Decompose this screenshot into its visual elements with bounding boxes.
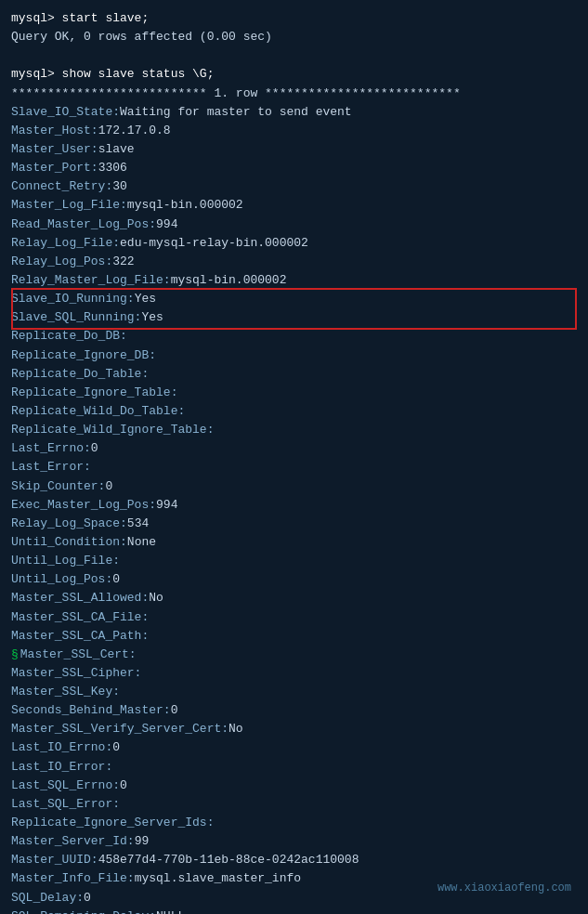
cmd1-text: mysql> start slave; xyxy=(11,11,149,25)
table-row: Master_Port: 3306 xyxy=(11,159,577,177)
row-value: 0 xyxy=(112,570,120,589)
table-row: Master_SSL_Key: xyxy=(11,683,577,701)
row-value: 0 xyxy=(91,439,98,458)
row-key: Master_UUID: xyxy=(11,851,98,869)
row-key: Master_Port: xyxy=(11,159,98,177)
row-key: Last_SQL_Error: xyxy=(11,795,120,814)
table-row: Master_SSL_Allowed: No xyxy=(11,589,577,607)
row-value: 99 xyxy=(135,832,150,851)
row-key: Last_Errno: xyxy=(11,439,91,458)
table-row: Slave_SQL_Running: Yes xyxy=(11,308,577,327)
row-key: Master_SSL_Allowed: xyxy=(11,589,149,607)
table-row: Connect_Retry: 30 xyxy=(11,177,577,196)
table-row: Master_SSL_CA_File: xyxy=(11,608,577,627)
row-key: Seconds_Behind_Master: xyxy=(11,701,171,720)
row-value: Yes xyxy=(141,308,163,327)
table-row: Relay_Log_Space: 534 xyxy=(11,515,577,533)
table-row: Master_Log_File: mysql-bin.000002 xyxy=(11,196,577,215)
green-prefix: § xyxy=(11,646,19,664)
table-row: SQL_Remaining_Delay: NULL xyxy=(11,907,577,914)
result-1: Query OK, 0 rows affected (0.00 sec) xyxy=(11,28,577,46)
table-row: Master_Server_Id: 99 xyxy=(11,832,577,851)
row-key: SQL_Remaining_Delay: xyxy=(11,907,156,914)
table-row: Exec_Master_Log_Pos: 994 xyxy=(11,496,577,515)
row-value: No xyxy=(149,589,163,607)
row-key: Relay_Master_Log_File: xyxy=(11,271,171,290)
row-value: No xyxy=(229,720,243,738)
row-value: mysql-bin.000002 xyxy=(127,196,243,215)
row-key: Slave_IO_Running: xyxy=(11,290,135,308)
row-key: Replicate_Do_Table: xyxy=(11,365,149,384)
rows-container: Slave_IO_State: Waiting for master to se… xyxy=(11,103,577,914)
row-key: Read_Master_Log_Pos: xyxy=(11,215,156,234)
table-row: Last_IO_Errno: 0 xyxy=(11,738,577,757)
row-key: Last_IO_Error: xyxy=(11,758,112,777)
row-value: mysql-bin.000002 xyxy=(171,271,287,290)
row-value: Yes xyxy=(135,290,156,308)
row-key: Skip_Counter: xyxy=(11,477,105,496)
row-key: Replicate_Ignore_Server_Ids: xyxy=(11,814,214,832)
row-key: SQL_Delay: xyxy=(11,889,84,907)
command-1: mysql> start slave; xyxy=(11,9,577,28)
row-value: 0 xyxy=(112,738,120,757)
table-row: Replicate_Ignore_DB: xyxy=(11,346,577,365)
table-row: Master_UUID: 458e77d4-770b-11eb-88ce-024… xyxy=(11,851,577,869)
table-row: § Master_SSL_Cert: xyxy=(11,646,577,664)
cmd2-text: mysql> show slave status \G; xyxy=(11,67,214,81)
watermark: www.xiaoxiaofeng.com xyxy=(438,880,571,897)
command-2: mysql> show slave status \G; xyxy=(11,65,577,84)
table-row: Seconds_Behind_Master: 0 xyxy=(11,701,577,720)
table-row: Replicate_Wild_Do_Table: xyxy=(11,402,577,421)
table-row: Relay_Master_Log_File: mysql-bin.000002 xyxy=(11,271,577,290)
table-row: Relay_Log_Pos: 322 xyxy=(11,253,577,271)
row-key: Master_Host: xyxy=(11,122,98,140)
row-key: Exec_Master_Log_Pos: xyxy=(11,496,156,515)
row-key: Connect_Retry: xyxy=(11,177,112,196)
row-key: Replicate_Ignore_DB: xyxy=(11,346,156,365)
row-key: Master_Info_File: xyxy=(11,869,135,888)
table-row: Master_User: slave xyxy=(11,140,577,159)
row-key: Master_SSL_Cert: xyxy=(20,646,137,664)
row-key: Master_SSL_Cipher: xyxy=(11,664,141,683)
table-row: Master_SSL_Cipher: xyxy=(11,664,577,683)
table-row: Master_SSL_Verify_Server_Cert: No xyxy=(11,720,577,738)
result1-text: Query OK, 0 rows affected (0.00 sec) xyxy=(11,30,272,44)
row-value: 322 xyxy=(112,253,134,271)
row-key: Master_Server_Id: xyxy=(11,832,135,851)
row-key: Slave_IO_State: xyxy=(11,103,120,122)
table-row: Last_SQL_Error: xyxy=(11,795,577,814)
row-key: Master_SSL_CA_File: xyxy=(11,608,149,627)
table-row: Slave_IO_Running: Yes xyxy=(11,290,577,308)
table-row: Master_SSL_CA_Path: xyxy=(11,627,577,646)
row-key: Master_SSL_Key: xyxy=(11,683,120,701)
row-key: Slave_SQL_Running: xyxy=(11,308,141,327)
table-row: Last_IO_Error: xyxy=(11,758,577,777)
row-key: Replicate_Do_DB: xyxy=(11,327,127,346)
row-value: 534 xyxy=(127,515,149,533)
row-key: Until_Log_File: xyxy=(11,552,120,570)
row-value: slave xyxy=(98,140,135,159)
row-key: Relay_Log_Pos: xyxy=(11,253,112,271)
table-row: Replicate_Do_DB: xyxy=(11,327,577,346)
row-value: mysql.slave_master_info xyxy=(135,869,301,888)
table-row: Relay_Log_File: edu-mysql-relay-bin.0000… xyxy=(11,234,577,253)
row-key: Master_User: xyxy=(11,140,98,159)
row-key: Master_SSL_Verify_Server_Cert: xyxy=(11,720,229,738)
row-value: 994 xyxy=(156,496,177,515)
row-value: 30 xyxy=(112,177,127,196)
table-row: Replicate_Wild_Ignore_Table: xyxy=(11,421,577,439)
row-key: Last_Error: xyxy=(11,458,91,477)
table-row: Read_Master_Log_Pos: 994 xyxy=(11,215,577,234)
table-row: Until_Condition: None xyxy=(11,533,577,552)
row-key: Until_Log_Pos: xyxy=(11,570,112,589)
table-row: Slave_IO_State: Waiting for master to se… xyxy=(11,103,577,122)
row-value: NULL xyxy=(156,907,185,914)
table-row: Replicate_Ignore_Table: xyxy=(11,384,577,402)
row-key: Replicate_Ignore_Table: xyxy=(11,384,177,402)
row-key: Master_SSL_CA_Path: xyxy=(11,627,149,646)
table-row: Skip_Counter: 0 xyxy=(11,477,577,496)
table-row: Last_Error: xyxy=(11,458,577,477)
data-rows: Slave_IO_State: Waiting for master to se… xyxy=(11,103,577,914)
row-key: Last_IO_Errno: xyxy=(11,738,112,757)
section-header: *************************** 1. row *****… xyxy=(11,85,577,103)
